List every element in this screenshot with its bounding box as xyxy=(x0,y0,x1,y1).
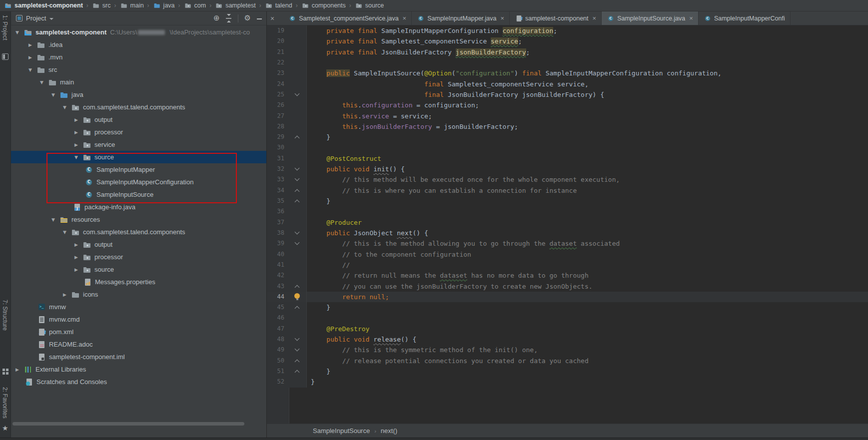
gear-icon[interactable]: ⚙ xyxy=(244,14,251,22)
tree-item-java[interactable]: ▼java xyxy=(11,88,266,101)
stripe-button-project[interactable]: 1: Project xyxy=(1,15,8,40)
tree-item-package-info-java[interactable]: package-info.java xyxy=(11,201,266,213)
line-number[interactable]: 29 xyxy=(267,132,289,142)
line-number[interactable]: 51 xyxy=(267,366,289,377)
tree-expand-arrow-icon[interactable]: ▼ xyxy=(73,155,83,160)
line-number[interactable]: 47 xyxy=(267,324,289,334)
fold-expanded-icon[interactable] xyxy=(295,166,300,171)
editor-breadcrumb-item[interactable]: SampleInputSource xyxy=(313,427,370,435)
code-line-40[interactable]: 40 // to the component configuration xyxy=(267,249,868,260)
tree-expand-arrow-icon[interactable]: ▼ xyxy=(61,105,71,110)
fold-end-icon[interactable] xyxy=(295,370,300,375)
line-number[interactable]: 28 xyxy=(267,121,289,132)
breadcrumb-item[interactable]: source xyxy=(354,1,385,9)
fold-end-icon[interactable] xyxy=(295,189,300,194)
code-line-48[interactable]: 48 public void release() { xyxy=(267,334,868,345)
project-tool-icon[interactable] xyxy=(2,53,8,60)
line-number[interactable]: 34 xyxy=(267,185,289,196)
code-line-28[interactable]: 28 this.jsonBuilderFactory = jsonBuilder… xyxy=(267,121,868,132)
editor-tab-sampleinputmapperconfi[interactable]: SampleInputMapperConfi xyxy=(699,11,791,25)
tree-expand-arrow-icon[interactable]: ▼ xyxy=(50,217,60,222)
editor-tab-sampleinputmapper-java[interactable]: SampleInputMapper.java× xyxy=(412,11,510,25)
line-number[interactable]: 26 xyxy=(267,100,289,110)
line-number[interactable]: 41 xyxy=(267,260,289,270)
tree-item-source[interactable]: ▼source xyxy=(11,151,266,163)
line-number[interactable]: 23 xyxy=(267,68,289,78)
line-number[interactable]: 40 xyxy=(267,249,289,260)
grid-icon[interactable] xyxy=(2,368,8,375)
line-number[interactable]: 38 xyxy=(267,228,289,238)
breadcrumb-item[interactable]: sampletest xyxy=(214,1,256,9)
favorites-star-icon[interactable]: ★ xyxy=(2,425,8,432)
code-line-44[interactable]: 44 return null; xyxy=(267,292,868,302)
line-number[interactable]: 45 xyxy=(267,302,289,313)
code-line-22[interactable]: 22 xyxy=(267,57,868,68)
tree-item-sampleinputsource[interactable]: SampleInputSource xyxy=(11,188,266,201)
line-number[interactable]: 21 xyxy=(267,47,289,57)
fold-expanded-icon[interactable] xyxy=(295,347,300,352)
tree-collapse-arrow-icon[interactable]: ▶ xyxy=(73,267,83,272)
editor-breadcrumb-item[interactable]: next() xyxy=(381,427,397,435)
tree-item-mvnw[interactable]: mvnw xyxy=(11,301,266,313)
code-line-31[interactable]: 31 @PostConstruct xyxy=(267,153,868,164)
breadcrumb-item[interactable]: sampletest-component xyxy=(3,1,84,9)
code-line-37[interactable]: 37 @Producer xyxy=(267,217,868,228)
breadcrumb-item[interactable]: com xyxy=(183,1,207,9)
tree-item--idea[interactable]: ▶.idea xyxy=(11,38,266,51)
line-number[interactable]: 22 xyxy=(267,57,289,68)
fold-expanded-icon[interactable] xyxy=(295,240,300,245)
code-editor[interactable]: 19 private final SampleInputMapperConfig… xyxy=(267,25,868,424)
fold-expanded-icon[interactable] xyxy=(295,336,300,341)
intention-bulb-icon[interactable] xyxy=(294,293,300,299)
line-number[interactable]: 48 xyxy=(267,334,289,345)
code-line-27[interactable]: 27 this.service = service; xyxy=(267,111,868,121)
code-line-24[interactable]: 24 final Sampletest_componentService ser… xyxy=(267,79,868,89)
line-number[interactable]: 19 xyxy=(267,25,289,36)
code-line-35[interactable]: 35 } xyxy=(267,196,868,206)
tree-item-output[interactable]: ▶output xyxy=(11,113,266,126)
line-number[interactable]: 24 xyxy=(267,79,289,89)
line-number[interactable]: 52 xyxy=(267,377,289,387)
line-number[interactable]: 46 xyxy=(267,313,289,323)
line-number[interactable]: 36 xyxy=(267,206,289,217)
fold-expanded-icon[interactable] xyxy=(295,176,300,181)
tree-item-com-sampletest-talend-components[interactable]: ▼com.sampletest.talend.components xyxy=(11,226,266,238)
fold-expanded-icon[interactable] xyxy=(295,91,300,96)
tree-expand-arrow-icon[interactable]: ▼ xyxy=(50,92,60,97)
tree-expand-arrow-icon[interactable]: ▼ xyxy=(27,67,37,72)
tree-expand-arrow-icon[interactable]: ▼ xyxy=(14,30,24,35)
tree-item-messages-properties[interactable]: Messages.properties xyxy=(11,276,266,288)
close-tab-icon[interactable]: × xyxy=(500,14,504,22)
line-number[interactable]: 39 xyxy=(267,238,289,249)
code-line-42[interactable]: 42 // return null means the dataset has … xyxy=(267,270,868,281)
chevron-down-icon[interactable] xyxy=(49,18,53,20)
tree-item-pom-xml[interactable]: pom.xml xyxy=(11,326,266,338)
code-line-46[interactable]: 46 xyxy=(267,313,868,323)
locate-target-icon[interactable]: ⊕ xyxy=(213,14,220,22)
stripe-button-favorites[interactable]: 2: Favorites xyxy=(1,387,8,419)
code-line-50[interactable]: 50 // release potential connections you … xyxy=(267,356,868,366)
close-tab-icon[interactable]: × xyxy=(689,14,693,22)
code-line-25[interactable]: 25 final JsonBuilderFactory jsonBuilderF… xyxy=(267,89,868,100)
tree-item-sampletest-component[interactable]: ▼sampletest-componentC:\Users\\IdeaProje… xyxy=(11,26,266,38)
close-tab-icon[interactable]: × xyxy=(593,14,597,22)
tree-collapse-arrow-icon[interactable]: ▶ xyxy=(73,117,83,122)
line-number[interactable]: 33 xyxy=(267,174,289,185)
close-tab-icon[interactable]: × xyxy=(403,14,407,22)
fold-expanded-icon[interactable] xyxy=(295,229,300,234)
tree-item-resources[interactable]: ▼resources xyxy=(11,213,266,226)
code-line-51[interactable]: 51 } xyxy=(267,366,868,377)
code-line-52[interactable]: 52} xyxy=(267,377,868,387)
collapse-all-icon[interactable] xyxy=(226,15,232,21)
code-line-32[interactable]: 32 public void init() { xyxy=(267,164,868,174)
tree-collapse-arrow-icon[interactable]: ▶ xyxy=(73,255,83,260)
line-number[interactable]: 31 xyxy=(267,153,289,164)
breadcrumb-item[interactable]: components xyxy=(300,1,347,9)
fold-end-icon[interactable] xyxy=(295,200,300,205)
tree-collapse-arrow-icon[interactable]: ▶ xyxy=(73,130,83,135)
line-number[interactable]: 32 xyxy=(267,164,289,174)
tree-item-src[interactable]: ▼src xyxy=(11,63,266,76)
tree-collapse-arrow-icon[interactable]: ▶ xyxy=(14,367,24,372)
code-line-39[interactable]: 39 // this is the method allowing you to… xyxy=(267,238,868,249)
project-panel-title[interactable]: Project xyxy=(26,14,46,22)
